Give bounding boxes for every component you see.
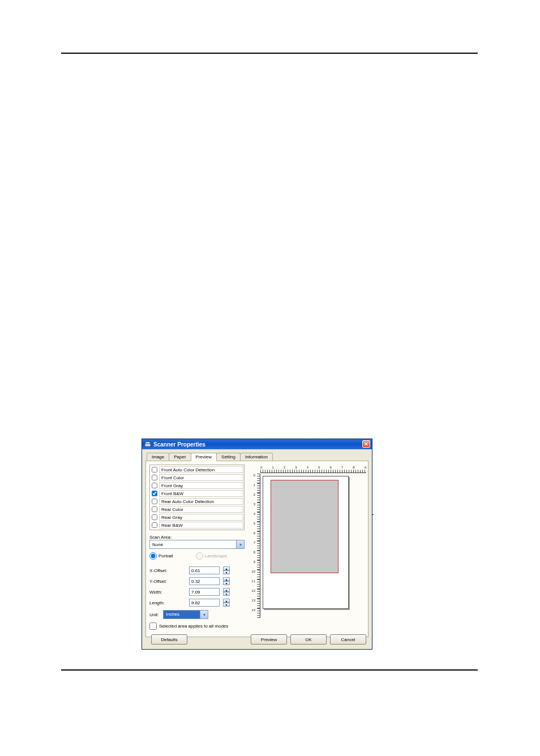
x-offset-label: X-Offset:: [149, 568, 189, 573]
length-label: Length:: [149, 600, 189, 605]
preview-button[interactable]: Preview: [251, 634, 287, 645]
list-item: Front B&W: [151, 489, 243, 497]
ruler-ticks: [257, 474, 260, 483]
ruler-tick-label: 12: [250, 589, 256, 592]
rear-bw-checkbox[interactable]: [152, 522, 157, 528]
ruler-ticks: [257, 531, 260, 541]
ruler-horizontal: 0 1 2 3 4 5 6 7 8 9: [260, 466, 366, 474]
tab-body: Front Auto Color Detection Front Color F…: [145, 461, 368, 637]
unit-value: Inches: [164, 611, 200, 618]
spin-down-button[interactable]: ▼: [223, 603, 230, 607]
ruler-vertical: 0 1 2 3 4 5 6 7 8 9 10 11 12 13 14: [250, 474, 260, 618]
ruler-tick-label: 9: [365, 466, 366, 469]
list-item-label[interactable]: Rear B&W: [159, 522, 243, 529]
spin-up-button[interactable]: ▲: [223, 599, 230, 603]
offset-grid: X-Offset: ▲ ▼ Y-Offset: ▲ ▼ Width:: [149, 566, 245, 607]
width-input[interactable]: [189, 588, 220, 596]
preview-selection[interactable]: [271, 480, 338, 573]
ruler-ticks: [257, 560, 260, 570]
front-gray-checkbox[interactable]: [152, 483, 157, 488]
ruler-tick-label: 11: [250, 579, 256, 583]
list-item: Rear Auto Color Detection: [151, 497, 243, 505]
spin-up-button[interactable]: ▲: [223, 577, 230, 581]
spin-up-button[interactable]: ▲: [223, 588, 230, 592]
spin-down-button[interactable]: ▼: [223, 592, 230, 596]
front-bw-checkbox[interactable]: [152, 491, 157, 496]
width-spinner: ▲ ▼: [223, 588, 230, 596]
ruler-tick-label: 2: [250, 493, 256, 496]
orientation-group: Portrait Landscape: [149, 552, 245, 560]
ruler-tick-label: 2: [284, 466, 285, 469]
list-item-label[interactable]: Front Color: [159, 474, 243, 481]
unit-combo[interactable]: Inches ▾: [163, 610, 208, 619]
ruler-tick-label: 4: [307, 466, 308, 469]
list-item-label[interactable]: Rear Color: [159, 506, 243, 513]
list-item-label[interactable]: Front Gray: [159, 482, 243, 489]
dialog-titlebar: Scanner Properties ✕: [142, 439, 372, 449]
portrait-radio[interactable]: [149, 552, 157, 560]
list-item-label[interactable]: Rear Gray: [159, 514, 243, 521]
x-offset-input[interactable]: [189, 566, 220, 574]
list-item: Front Gray: [151, 482, 243, 489]
y-offset-input[interactable]: [189, 577, 220, 585]
tab-information[interactable]: Information: [240, 453, 273, 461]
dialog-button-row: Defaults Preview OK Cancel: [142, 634, 372, 645]
scan-area-combo[interactable]: None ▾: [149, 540, 245, 549]
ruler-tick-label: 8: [250, 551, 256, 554]
selected-area-label: Selected area applies to all modes: [159, 624, 228, 629]
width-label: Width:: [149, 590, 189, 595]
landscape-radio-label: Landscape: [196, 552, 227, 560]
ruler-ticks: [257, 483, 260, 493]
ruler-tick-label: 1: [250, 483, 256, 487]
list-item: Front Auto Color Detection: [151, 466, 243, 474]
portrait-radio-label[interactable]: Portrait: [149, 552, 173, 560]
defaults-button[interactable]: Defaults: [151, 634, 187, 645]
left-column: Front Auto Color Detection Front Color F…: [149, 465, 245, 630]
ruler-ticks: [260, 470, 366, 473]
ruler-tick-label: 0: [250, 474, 256, 477]
close-icon: ✕: [364, 441, 368, 447]
rear-gray-checkbox[interactable]: [152, 514, 157, 520]
list-item-label[interactable]: Front Auto Color Detection: [159, 466, 243, 473]
preview-pane: 0 1 2 3 4 5 6 7 8 9 0 1: [250, 466, 366, 618]
ruler-tick-label: 3: [250, 502, 256, 506]
ruler-tick-label: 14: [250, 608, 256, 612]
list-item: Rear Color: [151, 505, 243, 513]
tab-image[interactable]: Image: [147, 453, 169, 461]
ruler-ticks: [257, 589, 260, 599]
cancel-button[interactable]: Cancel: [330, 634, 366, 645]
scanner-properties-dialog: Scanner Properties ✕ Image Paper Preview…: [142, 439, 372, 650]
front-color-checkbox[interactable]: [152, 475, 157, 480]
tab-paper[interactable]: Paper: [169, 453, 191, 461]
tab-preview[interactable]: Preview: [191, 453, 217, 461]
ruler-ticks: [257, 512, 260, 522]
rear-auto-color-checkbox[interactable]: [152, 499, 157, 504]
rear-color-checkbox[interactable]: [152, 506, 157, 512]
list-item: Rear Gray: [151, 513, 243, 521]
spin-down-button[interactable]: ▼: [223, 581, 230, 585]
svg-rect-0: [145, 444, 151, 446]
y-offset-spinner: ▲ ▼: [223, 577, 230, 585]
spin-up-button[interactable]: ▲: [223, 566, 230, 570]
ruler-tick-label: 3: [295, 466, 297, 469]
ruler-ticks: [257, 608, 260, 618]
ok-button[interactable]: OK: [290, 634, 327, 645]
ruler-ticks: [257, 570, 260, 579]
tab-setting[interactable]: Setting: [216, 453, 241, 461]
list-item-label[interactable]: Rear Auto Color Detection: [159, 498, 243, 505]
ruler-tick-label: 4: [250, 512, 256, 516]
selected-area-checkbox[interactable]: [149, 622, 157, 630]
ruler-tick-label: 13: [250, 599, 256, 602]
y-offset-label: Y-Offset:: [149, 579, 189, 584]
list-item-label[interactable]: Front B&W: [159, 490, 243, 497]
ruler-tick-label: 8: [353, 466, 354, 469]
preview-sheet[interactable]: [263, 476, 349, 609]
front-auto-color-checkbox[interactable]: [152, 467, 157, 472]
ruler-ticks: [257, 551, 260, 560]
landscape-label: Landscape: [205, 553, 227, 559]
ruler-ticks: [257, 522, 260, 531]
portrait-label: Portrait: [158, 553, 173, 559]
close-button[interactable]: ✕: [362, 440, 370, 448]
length-input[interactable]: [189, 599, 220, 607]
spin-down-button[interactable]: ▼: [223, 570, 230, 574]
